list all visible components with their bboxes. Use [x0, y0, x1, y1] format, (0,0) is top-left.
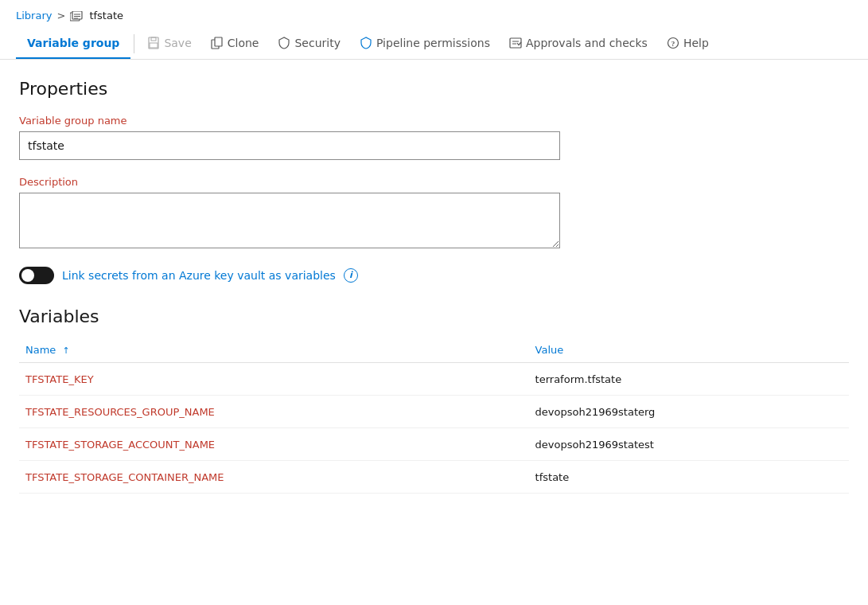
- column-header-value: Value: [529, 339, 849, 363]
- svg-rect-10: [510, 38, 521, 48]
- approvals-checks-icon: [509, 36, 522, 49]
- approvals-checks-label: Approvals and checks: [526, 37, 648, 49]
- var-name[interactable]: TFSTATE_STORAGE_CONTAINER_NAME: [25, 471, 224, 483]
- properties-section: Properties Variable group name Descripti…: [19, 79, 849, 284]
- tab-variable-group[interactable]: Variable group: [16, 29, 130, 59]
- clone-label: Clone: [228, 37, 259, 49]
- toggle-thumb: [21, 269, 34, 282]
- svg-rect-7: [150, 43, 158, 48]
- column-header-name: Name ↑: [19, 339, 529, 363]
- var-name[interactable]: TFSTATE_KEY: [25, 373, 94, 385]
- svg-rect-9: [215, 37, 222, 46]
- pipeline-permissions-button[interactable]: Pipeline permissions: [350, 29, 500, 57]
- save-icon: [147, 36, 160, 49]
- security-button[interactable]: Security: [268, 29, 350, 57]
- help-icon: ?: [667, 36, 679, 49]
- svg-text:?: ?: [671, 40, 675, 48]
- var-name[interactable]: TFSTATE_STORAGE_ACCOUNT_NAME: [25, 439, 215, 451]
- var-name[interactable]: TFSTATE_RESOURCES_GROUP_NAME: [25, 406, 215, 418]
- table-row: TFSTATE_KEY terraform.tfstate: [19, 362, 849, 395]
- keyvault-toggle-row: Link secrets from an Azure key vault as …: [19, 267, 849, 284]
- main-content: Properties Variable group name Descripti…: [0, 60, 868, 513]
- breadcrumb-library-link[interactable]: Library: [16, 10, 52, 21]
- table-row: TFSTATE_RESOURCES_GROUP_NAME devopsoh219…: [19, 395, 849, 427]
- security-icon: [278, 36, 290, 49]
- properties-title: Properties: [19, 79, 849, 99]
- pipeline-permissions-label: Pipeline permissions: [376, 37, 490, 49]
- var-value: terraform.tfstate: [535, 373, 622, 385]
- breadcrumb-separator: >: [56, 10, 65, 21]
- var-value: tfstate: [535, 471, 570, 483]
- variables-section: Variables Name ↑ Value TFSTATE_KEY terra…: [19, 306, 849, 494]
- toggle-track: [19, 267, 54, 284]
- variable-group-name-field: Variable group name: [19, 115, 849, 160]
- info-icon[interactable]: i: [344, 268, 358, 283]
- toolbar: Variable group Save Clone Se: [0, 29, 868, 60]
- library-icon: [70, 10, 84, 22]
- pipeline-permissions-icon: [360, 36, 372, 49]
- tab-variable-group-label: Variable group: [27, 37, 119, 49]
- description-label: Description: [19, 176, 849, 188]
- help-button[interactable]: ? Help: [657, 29, 718, 57]
- help-label: Help: [683, 37, 709, 49]
- variable-group-name-input[interactable]: [19, 131, 560, 160]
- variable-group-name-label: Variable group name: [19, 115, 849, 127]
- save-label: Save: [164, 37, 191, 49]
- var-value: devopsoh21969staterg: [535, 406, 656, 418]
- keyvault-toggle-label: Link secrets from an Azure key vault as …: [62, 269, 336, 282]
- description-input[interactable]: [19, 193, 560, 248]
- keyvault-toggle[interactable]: [19, 267, 54, 284]
- clone-icon: [211, 36, 224, 49]
- table-row: TFSTATE_STORAGE_CONTAINER_NAME tfstate: [19, 460, 849, 493]
- security-label: Security: [294, 37, 341, 49]
- table-row: TFSTATE_STORAGE_ACCOUNT_NAME devopsoh219…: [19, 427, 849, 460]
- variables-table: Name ↑ Value TFSTATE_KEY terraform.tfsta…: [19, 339, 849, 494]
- breadcrumb-current: tfstate: [89, 10, 123, 21]
- var-value: devopsoh21969statest: [535, 439, 654, 451]
- approvals-checks-button[interactable]: Approvals and checks: [500, 29, 657, 57]
- save-button[interactable]: Save: [138, 29, 200, 57]
- toolbar-divider-1: [134, 34, 134, 53]
- description-field: Description: [19, 176, 849, 251]
- sort-arrow-icon[interactable]: ↑: [63, 345, 70, 356]
- variables-table-header: Name ↑ Value: [19, 339, 849, 363]
- variables-title: Variables: [19, 306, 849, 326]
- clone-button[interactable]: Clone: [201, 29, 269, 57]
- breadcrumb: Library > tfstate: [0, 0, 868, 29]
